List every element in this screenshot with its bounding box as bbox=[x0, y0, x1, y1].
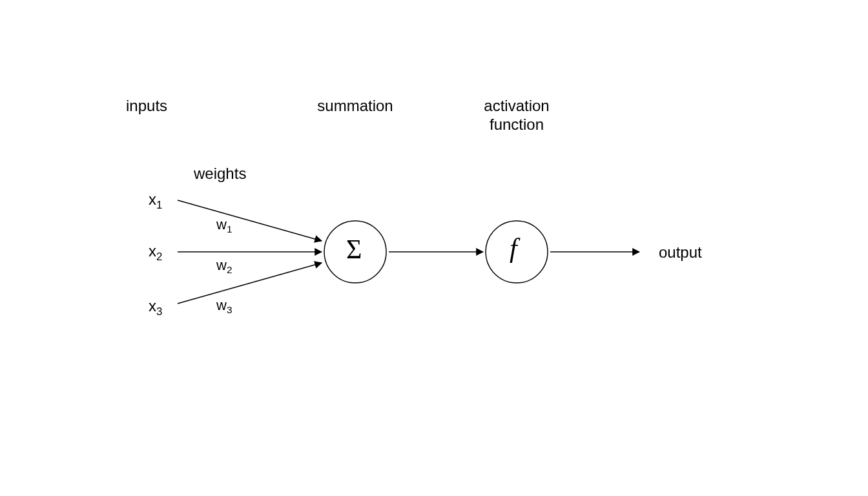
label-weights: weights bbox=[194, 165, 246, 183]
w1-main: w bbox=[216, 216, 227, 232]
label-inputs: inputs bbox=[126, 97, 167, 116]
label-x1: x1 bbox=[149, 191, 162, 212]
w2-main: w bbox=[216, 257, 227, 273]
label-activation-function: activation function bbox=[465, 97, 568, 134]
x3-main: x bbox=[149, 297, 156, 315]
w3-sub: 3 bbox=[227, 304, 232, 315]
arrow-x3 bbox=[178, 263, 322, 304]
f-symbol: f bbox=[510, 232, 517, 264]
label-summation: summation bbox=[310, 97, 400, 116]
label-x3: x3 bbox=[149, 297, 162, 318]
x1-sub: 1 bbox=[156, 199, 162, 211]
label-w2: w2 bbox=[216, 257, 232, 276]
label-activation-line1: activation bbox=[484, 97, 549, 114]
label-output: output bbox=[659, 243, 702, 262]
x2-main: x bbox=[149, 242, 156, 260]
x1-main: x bbox=[149, 191, 156, 208]
label-w1: w1 bbox=[216, 216, 232, 236]
diagram-svg bbox=[0, 0, 868, 496]
arrow-x1 bbox=[178, 200, 322, 241]
x2-sub: 2 bbox=[156, 251, 162, 263]
label-activation-line2: function bbox=[490, 116, 544, 133]
w1-sub: 1 bbox=[227, 223, 232, 234]
sigma-symbol: Σ bbox=[346, 234, 362, 265]
w2-sub: 2 bbox=[227, 264, 232, 275]
perceptron-diagram: inputs summation activation function wei… bbox=[0, 0, 868, 496]
label-x2: x2 bbox=[149, 242, 162, 264]
label-w3: w3 bbox=[216, 297, 232, 316]
w3-main: w bbox=[216, 297, 227, 313]
x3-sub: 3 bbox=[156, 305, 162, 318]
